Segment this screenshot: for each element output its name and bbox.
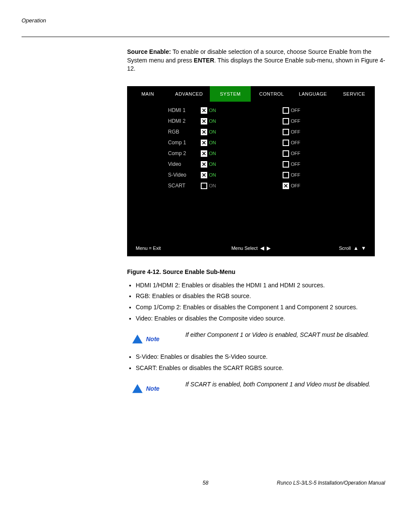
source-label: RGB: [127, 129, 192, 135]
enter-label: ENTER: [194, 57, 214, 64]
note-text: If SCART is enabled, both Component 1 an…: [164, 381, 385, 388]
checkbox-on[interactable]: ✕: [201, 161, 207, 168]
page-footer: 58 Runco LS-3/LS-5 Installation/Operatio…: [22, 480, 389, 486]
footer-exit: Menu = Exit: [136, 246, 212, 251]
tab-advanced[interactable]: ADVANCED: [168, 86, 210, 102]
note-triangle-icon: [131, 334, 143, 344]
osd-row: Video✕ONOFF: [127, 159, 375, 170]
bullet-list-1: HDMI 1/HDMI 2: Enables or disables the H…: [127, 281, 385, 323]
arrow-down-icon: ▼: [361, 245, 366, 251]
on-label: ON: [209, 108, 274, 113]
checkbox-off[interactable]: [283, 140, 289, 146]
on-label: ON: [209, 140, 274, 145]
source-label: HDMI 2: [127, 118, 192, 124]
on-label: ON: [209, 129, 274, 134]
osd-row: Comp 1✕ONOFF: [127, 137, 375, 148]
header-rule: [22, 37, 389, 37]
source-enable-label: Source Enable:: [127, 48, 171, 55]
note-label: Note: [146, 385, 159, 392]
footer-scroll: Scroll: [339, 246, 351, 251]
note-triangle-icon: [131, 383, 143, 394]
off-label: OFF: [291, 162, 325, 167]
checkbox-on[interactable]: ✕: [201, 150, 207, 157]
tab-main[interactable]: MAIN: [127, 86, 168, 102]
osd-row: HDMI 1✕ONOFF: [127, 105, 375, 116]
list-item: Video: Enables or disables the Composite…: [136, 314, 385, 323]
osd-row: RGB✕ONOFF: [127, 127, 375, 137]
footer-menu-select: Menu Select: [231, 246, 258, 251]
on-label: ON: [209, 151, 274, 156]
checkbox-off[interactable]: [283, 161, 289, 168]
list-item: Comp 1/Comp 2: Enables or disables the C…: [136, 303, 385, 312]
arrow-right-icon: ▶: [267, 245, 271, 251]
bullet-list-2: S-Video: Enables or disables the S-Video…: [127, 353, 385, 372]
osd-row: S-Video✕ONOFF: [127, 170, 375, 180]
off-label: OFF: [291, 129, 325, 134]
note-block-2: Note If SCART is enabled, both Component…: [131, 381, 385, 394]
source-label: S-Video: [127, 172, 192, 178]
off-label: OFF: [291, 151, 325, 156]
svg-marker-1: [132, 384, 143, 393]
tab-control[interactable]: CONTROL: [251, 86, 292, 102]
tab-system[interactable]: SYSTEM: [210, 86, 251, 102]
arrow-up-icon: ▲: [353, 245, 358, 251]
osd-row: SCARTON✕OFF: [127, 180, 375, 191]
osd-tab-bar: MAIN ADVANCED SYSTEM CONTROL LANGUAGE SE…: [127, 86, 375, 102]
list-item: RGB: Enables or disables the RGB source.: [136, 292, 385, 301]
off-label: OFF: [291, 183, 325, 188]
section-header: Operation: [22, 17, 389, 24]
osd-footer: Menu = Exit Menu Select ◀ ▶ Scroll ▲ ▼: [127, 241, 375, 256]
off-label: OFF: [291, 140, 325, 145]
page-number: 58: [146, 480, 265, 486]
main-content: Source Enable: To enable or disable sele…: [127, 48, 385, 394]
arrow-left-icon: ◀: [260, 245, 264, 251]
note-label: Note: [146, 336, 159, 342]
svg-marker-0: [132, 335, 143, 344]
list-item: S-Video: Enables or disables the S-Video…: [136, 353, 385, 361]
osd-row: HDMI 2✕ONOFF: [127, 116, 375, 127]
source-label: HDMI 1: [127, 107, 192, 113]
checkbox-off[interactable]: [283, 129, 289, 135]
checkbox-off[interactable]: [283, 172, 289, 178]
osd-row: Comp 2✕ONOFF: [127, 148, 375, 159]
source-label: Comp 2: [127, 150, 192, 156]
list-item: SCART: Enables or disables the SCART RGB…: [136, 364, 385, 373]
checkbox-on[interactable]: ✕: [201, 140, 207, 146]
on-label: ON: [209, 118, 274, 124]
tab-language[interactable]: LANGUAGE: [292, 86, 333, 102]
off-label: OFF: [291, 108, 325, 113]
tab-service[interactable]: SERVICE: [333, 86, 375, 102]
checkbox-on[interactable]: [201, 183, 207, 189]
manual-title: Runco LS-3/LS-5 Installation/Operation M…: [265, 480, 385, 486]
osd-body: HDMI 1✕ONOFFHDMI 2✕ONOFFRGB✕ONOFFComp 1✕…: [127, 102, 375, 241]
note-block-1: Note If either Component 1 or Video is e…: [131, 331, 385, 344]
checkbox-off[interactable]: ✕: [283, 183, 289, 189]
off-label: OFF: [291, 172, 325, 177]
on-label: ON: [209, 183, 274, 188]
osd-menu: MAIN ADVANCED SYSTEM CONTROL LANGUAGE SE…: [127, 86, 375, 256]
checkbox-on[interactable]: ✕: [201, 129, 207, 135]
checkbox-off[interactable]: [283, 150, 289, 157]
source-label: SCART: [127, 183, 192, 189]
on-label: ON: [209, 162, 274, 167]
checkbox-on[interactable]: ✕: [201, 107, 207, 114]
off-label: OFF: [291, 118, 325, 124]
note-text: If either Component 1 or Video is enable…: [164, 331, 385, 338]
checkbox-on[interactable]: ✕: [201, 118, 207, 124]
on-label: ON: [209, 172, 274, 177]
checkbox-off[interactable]: [283, 107, 289, 114]
list-item: HDMI 1/HDMI 2: Enables or disables the H…: [136, 281, 385, 290]
source-label: Video: [127, 161, 192, 167]
figure-caption: Figure 4-12. Source Enable Sub-Menu: [127, 268, 385, 275]
checkbox-on[interactable]: ✕: [201, 172, 207, 178]
intro-paragraph: Source Enable: To enable or disable sele…: [127, 48, 385, 73]
checkbox-off[interactable]: [283, 118, 289, 124]
source-label: Comp 1: [127, 140, 192, 146]
